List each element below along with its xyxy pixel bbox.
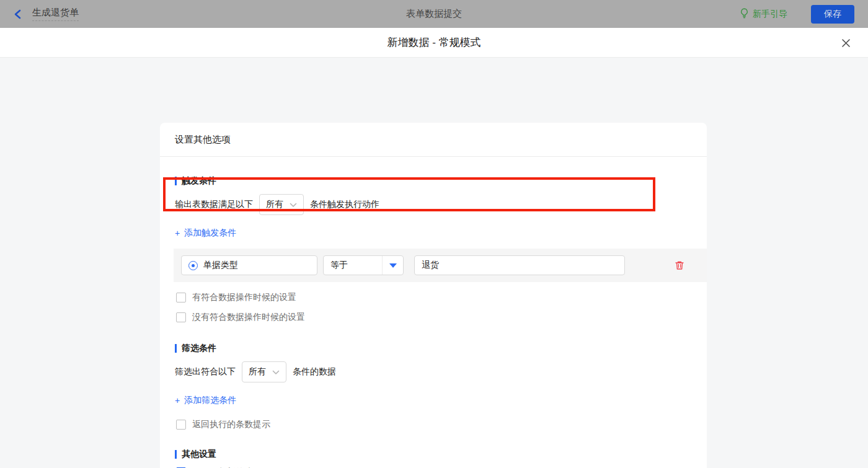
condition-value-input[interactable]: 退货: [414, 255, 625, 275]
trigger-condition-row: 单据类型 等于 退货: [174, 249, 707, 282]
topbar: 生成退货单 表单数据提交 新手引导 保存: [0, 0, 868, 28]
back-chevron-icon[interactable]: [14, 9, 24, 19]
filter-sentence: 筛选出符合以下 所有 条件的数据: [175, 361, 692, 382]
dialog-header: 新增数据 - 常规模式: [0, 28, 868, 58]
checkbox[interactable]: [176, 420, 186, 430]
condition-value-text: 退货: [422, 260, 439, 271]
checkbox-row-has-match[interactable]: 有符合数据操作时候的设置: [176, 291, 692, 303]
topbar-actions: 新手引导 保存: [740, 5, 854, 24]
filter-section-title: 筛选条件: [175, 343, 692, 354]
condition-field-select[interactable]: 单据类型: [181, 255, 317, 275]
checkbox-label: 有符合数据操作时候的设置: [192, 292, 296, 303]
chevron-down-icon: [290, 200, 297, 210]
trigger-section-label: 触发条件: [182, 175, 216, 187]
back-label[interactable]: 生成退货单: [32, 7, 79, 21]
filter-sentence-prefix: 筛选出符合以下: [175, 366, 236, 377]
trash-icon[interactable]: [675, 260, 684, 270]
close-icon[interactable]: [838, 35, 853, 50]
lightbulb-icon: [740, 8, 749, 20]
trigger-sentence-prefix: 输出表数据满足以下: [175, 199, 253, 210]
save-button[interactable]: 保存: [811, 5, 854, 24]
section-bar: [175, 450, 177, 459]
trigger-match-select[interactable]: 所有: [259, 194, 304, 215]
options-panel: 设置其他选项 触发条件 输出表数据满足以下 所有 条件触发执行动作 + 添加触发: [160, 123, 707, 468]
filter-sentence-suffix: 条件的数据: [293, 366, 336, 377]
other-section-label: 其他设置: [182, 449, 216, 460]
trigger-sentence: 输出表数据满足以下 所有 条件触发执行动作: [175, 194, 692, 215]
panel-header: 设置其他选项: [160, 123, 707, 157]
topbar-title: 表单数据提交: [0, 8, 868, 20]
plus-icon: +: [175, 228, 180, 238]
guide-link[interactable]: 新手引导: [740, 8, 787, 20]
checkbox[interactable]: [176, 293, 186, 302]
dialog-title: 新增数据 - 常规模式: [387, 35, 480, 50]
panel-body: 触发条件 输出表数据满足以下 所有 条件触发执行动作 + 添加触发条件: [160, 157, 707, 468]
condition-field-value: 单据类型: [203, 260, 238, 271]
section-bar: [175, 344, 177, 353]
plus-icon: +: [175, 395, 180, 405]
filter-match-select[interactable]: 所有: [242, 361, 286, 382]
checkbox-row-no-match[interactable]: 没有符合数据操作时候的设置: [176, 311, 692, 323]
add-filter-condition-link[interactable]: + 添加筛选条件: [175, 395, 236, 406]
checkbox-label: 返回执行的条数提示: [192, 419, 270, 430]
guide-label: 新手引导: [753, 9, 787, 20]
trigger-section-title: 触发条件: [175, 175, 692, 187]
radio-button-icon: [188, 261, 198, 270]
add-trigger-condition-label: 添加触发条件: [184, 227, 236, 239]
filter-section-label: 筛选条件: [182, 343, 216, 354]
checkbox[interactable]: [176, 312, 186, 322]
condition-operator-select[interactable]: 等于: [323, 255, 404, 275]
triangle-down-icon[interactable]: [382, 256, 403, 275]
condition-operator-value: 等于: [324, 260, 382, 271]
section-bar: [175, 177, 177, 185]
trigger-sentence-suffix: 条件触发执行动作: [310, 199, 379, 210]
dialog-backdrop: 设置其他选项 触发条件 输出表数据满足以下 所有 条件触发执行动作 + 添加触发: [0, 58, 868, 468]
add-trigger-condition-link[interactable]: + 添加触发条件: [175, 227, 236, 239]
checkbox-label: 没有符合数据操作时候的设置: [192, 312, 305, 323]
filter-match-value: 所有: [249, 366, 266, 377]
add-filter-condition-label: 添加筛选条件: [184, 395, 236, 406]
back-nav[interactable]: 生成退货单: [14, 7, 79, 21]
other-section-title: 其他设置: [175, 449, 692, 460]
trigger-match-value: 所有: [266, 199, 283, 210]
checkbox-row-count-hint[interactable]: 返回执行的条数提示: [176, 418, 692, 430]
chevron-down-icon: [272, 367, 280, 377]
